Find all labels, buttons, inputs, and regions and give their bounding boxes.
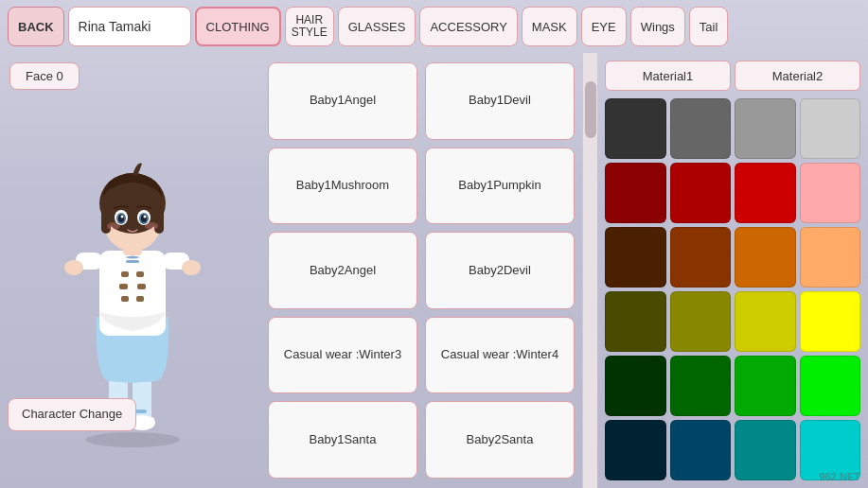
color-swatch-9[interactable] bbox=[670, 227, 732, 288]
back-button[interactable]: BACK bbox=[8, 7, 64, 46]
svg-point-32 bbox=[121, 215, 124, 218]
tab-eye[interactable]: EYE bbox=[581, 7, 627, 46]
color-swatch-5[interactable] bbox=[670, 163, 732, 223]
color-swatch-18[interactable] bbox=[735, 356, 796, 416]
color-swatch-0[interactable] bbox=[605, 98, 666, 159]
clothing-item-baby2angel[interactable]: Baby2Angel bbox=[268, 232, 417, 309]
color-swatch-19[interactable] bbox=[800, 356, 861, 416]
character-name-field[interactable]: Rina Tamaki bbox=[68, 7, 191, 46]
color-swatch-17[interactable] bbox=[670, 356, 732, 416]
svg-rect-15 bbox=[121, 296, 129, 302]
svg-rect-14 bbox=[137, 284, 146, 289]
color-swatch-15[interactable] bbox=[800, 291, 861, 352]
svg-rect-13 bbox=[119, 284, 128, 289]
color-swatch-10[interactable] bbox=[735, 227, 796, 288]
tab-mask[interactable]: MASK bbox=[522, 7, 577, 46]
svg-point-19 bbox=[64, 260, 83, 275]
tab-tail[interactable]: Tail bbox=[689, 7, 729, 46]
clothing-list: Baby1AngelBaby1DevilBaby1MushroomBaby1Pu… bbox=[260, 53, 582, 488]
clothing-item-baby1santa[interactable]: Baby1Santa bbox=[268, 401, 417, 479]
material2-tab[interactable]: Material2 bbox=[735, 61, 860, 91]
clothing-scrollbar[interactable] bbox=[582, 53, 597, 488]
clothing-item-baby1pumpkin[interactable]: Baby1Pumpkin bbox=[425, 148, 575, 225]
clothing-item-casualwinter3[interactable]: Casual wear :Winter3 bbox=[268, 317, 417, 394]
clothing-item-casualwinter4[interactable]: Casual wear :Winter4 bbox=[425, 317, 575, 394]
color-swatch-1[interactable] bbox=[670, 98, 732, 159]
tab-hairstyle[interactable]: HAIRSTYLE bbox=[285, 7, 334, 46]
clothing-item-baby2devil[interactable]: Baby2Devil bbox=[425, 232, 575, 309]
color-swatch-13[interactable] bbox=[670, 291, 732, 352]
color-swatch-22[interactable] bbox=[735, 420, 796, 480]
svg-rect-11 bbox=[121, 271, 129, 277]
clothing-item-baby1angel[interactable]: Baby1Angel bbox=[268, 62, 417, 140]
color-swatch-4[interactable] bbox=[605, 163, 666, 223]
material-tabs: Material1 Material2 bbox=[605, 61, 860, 91]
color-swatch-20[interactable] bbox=[605, 420, 666, 480]
tab-clothing[interactable]: CLOTHING bbox=[195, 7, 281, 46]
clothing-item-baby1devil[interactable]: Baby1Devil bbox=[425, 62, 575, 140]
tab-accessory[interactable]: ACCESSORY bbox=[419, 7, 517, 46]
tab-glasses[interactable]: GLASSES bbox=[338, 7, 416, 46]
svg-rect-10 bbox=[126, 260, 139, 263]
main-content: Baby1AngelBaby1DevilBaby1MushroomBaby1Pu… bbox=[260, 53, 868, 488]
face-label: Face 0 bbox=[9, 62, 80, 90]
svg-rect-16 bbox=[136, 296, 144, 302]
svg-point-35 bbox=[145, 222, 158, 230]
clothing-item-baby1mushroom[interactable]: Baby1Mushroom bbox=[268, 148, 417, 225]
color-swatch-14[interactable] bbox=[735, 291, 796, 352]
color-swatch-7[interactable] bbox=[800, 163, 861, 223]
svg-point-33 bbox=[144, 215, 147, 218]
clothing-item-baby2santa[interactable]: Baby2Santa bbox=[425, 401, 575, 479]
svg-point-0 bbox=[85, 432, 180, 447]
svg-rect-8 bbox=[135, 410, 147, 413]
color-swatch-8[interactable] bbox=[605, 227, 666, 288]
color-swatch-6[interactable] bbox=[735, 163, 796, 223]
top-nav: BACK Rina Tamaki CLOTHING HAIRSTYLE GLAS… bbox=[0, 0, 868, 53]
color-swatch-11[interactable] bbox=[800, 227, 861, 288]
watermark: 962.NET bbox=[820, 471, 860, 482]
color-swatch-16[interactable] bbox=[605, 356, 666, 416]
color-panel: Material1 Material2 bbox=[597, 53, 868, 488]
svg-point-34 bbox=[107, 222, 120, 230]
scrollbar-thumb[interactable] bbox=[585, 81, 596, 138]
color-swatch-3[interactable] bbox=[800, 98, 861, 159]
material1-tab[interactable]: Material1 bbox=[605, 61, 731, 91]
character-change-button[interactable]: Character Change bbox=[8, 398, 136, 431]
color-grid bbox=[605, 98, 860, 480]
color-swatch-21[interactable] bbox=[670, 420, 732, 480]
svg-point-20 bbox=[182, 260, 201, 275]
color-swatch-2[interactable] bbox=[735, 98, 796, 159]
tab-wings[interactable]: Wings bbox=[630, 7, 685, 46]
svg-rect-12 bbox=[136, 271, 144, 277]
color-swatch-12[interactable] bbox=[605, 291, 666, 352]
